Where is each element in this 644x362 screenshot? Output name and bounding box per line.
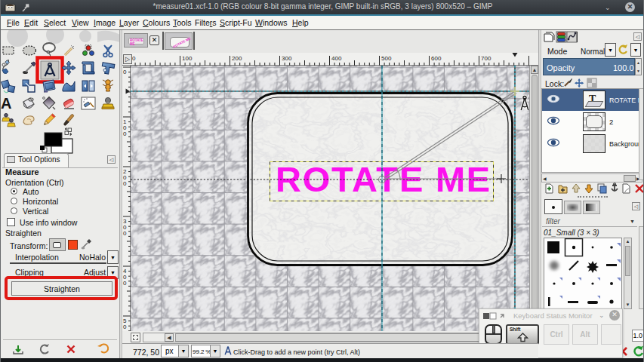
svg-text:0: 0 bbox=[123, 130, 127, 137]
svg-text:0: 0 bbox=[132, 55, 136, 62]
svg-text:300: 300 bbox=[282, 55, 292, 62]
svg-text:400: 400 bbox=[331, 55, 342, 62]
svg-text:500: 500 bbox=[381, 55, 392, 62]
svg-text:0: 0 bbox=[123, 69, 127, 75]
svg-text:A: A bbox=[1, 95, 11, 112]
svg-text:100: 100 bbox=[182, 55, 193, 62]
svg-text:0: 0 bbox=[123, 230, 127, 237]
svg-text:600: 600 bbox=[431, 55, 442, 62]
svg-text:0: 0 bbox=[123, 280, 127, 287]
svg-text:0: 0 bbox=[123, 180, 127, 187]
svg-text:700: 700 bbox=[481, 55, 491, 62]
svg-text:200: 200 bbox=[232, 55, 242, 62]
